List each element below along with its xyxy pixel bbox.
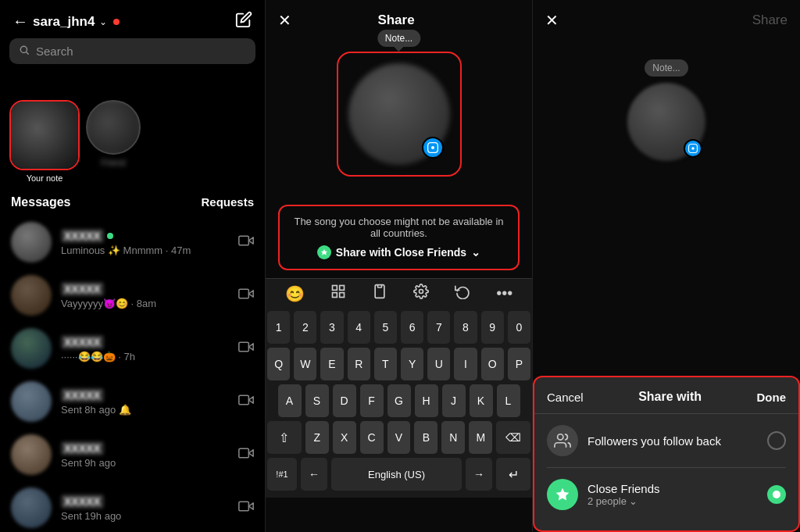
msg-content: XXXXX Luminous ✨ Mnmmm · 47m	[61, 229, 229, 256]
chevron-down-icon[interactable]: ⌄	[99, 16, 107, 27]
arrow-right-key[interactable]: →	[466, 458, 492, 491]
right-instagram-badge	[684, 139, 702, 158]
key-1[interactable]: 1	[267, 311, 290, 344]
msg-name: XXXXX	[61, 441, 104, 455]
key-y[interactable]: Y	[401, 348, 423, 380]
your-note-box[interactable]: Note...	[9, 100, 80, 170]
requests-link[interactable]: Requests	[201, 195, 254, 209]
key-3[interactable]: 3	[320, 311, 343, 344]
key-n[interactable]: N	[441, 421, 465, 454]
camera-icon[interactable]	[238, 339, 254, 359]
message-item[interactable]: XXXXX ······😂😂🎃 · 7h	[0, 322, 265, 375]
key-x[interactable]: X	[333, 421, 356, 454]
camera-icon[interactable]	[238, 392, 254, 412]
cancel-button[interactable]: Cancel	[547, 391, 584, 404]
svg-point-17	[558, 434, 563, 440]
key-6[interactable]: 6	[401, 311, 423, 344]
key-7[interactable]: 7	[427, 311, 450, 344]
close-friends-option[interactable]: Close Friends 2 people ⌄	[534, 468, 798, 521]
key-j[interactable]: J	[442, 384, 466, 417]
followers-option[interactable]: Followers you follow back	[534, 414, 798, 467]
key-e[interactable]: E	[320, 348, 343, 380]
svg-point-8	[430, 146, 434, 149]
shift-key[interactable]: ⇧	[267, 421, 302, 454]
qwerty-row: Q W E R T Y U I O P	[267, 348, 530, 380]
key-9[interactable]: 9	[481, 311, 504, 344]
your-story-item[interactable]: Note... Your note	[9, 75, 80, 183]
key-m[interactable]: M	[469, 421, 492, 454]
key-4[interactable]: 4	[348, 311, 370, 344]
key-p[interactable]: P	[508, 348, 530, 380]
key-w[interactable]: W	[294, 348, 316, 380]
key-z[interactable]: Z	[305, 421, 329, 454]
camera-icon[interactable]	[238, 233, 254, 252]
msg-name-row: XXXXX	[61, 495, 229, 509]
key-t[interactable]: T	[374, 348, 397, 380]
svg-marker-9	[321, 249, 327, 255]
key-8[interactable]: 8	[454, 311, 477, 344]
done-button[interactable]: Done	[756, 391, 786, 404]
emoji-icon[interactable]: 😊	[285, 284, 305, 303]
backspace-key[interactable]: ⌫	[496, 421, 530, 454]
key-b[interactable]: B	[414, 421, 438, 454]
numbers-key[interactable]: !#1	[267, 458, 297, 491]
key-2[interactable]: 2	[294, 311, 316, 344]
message-item[interactable]: XXXXX Sent 8h ago 🔔	[0, 375, 265, 428]
username-label: sara_jhn4	[33, 14, 95, 30]
grid-icon[interactable]	[330, 284, 346, 303]
return-key[interactable]: ↵	[496, 458, 530, 491]
share-with-panel: Cancel Share with Done Followers you fol…	[533, 376, 800, 532]
space-key[interactable]: English (US)	[331, 458, 462, 491]
close-button[interactable]: ✕	[278, 11, 291, 30]
key-c[interactable]: C	[360, 421, 384, 454]
key-r[interactable]: R	[348, 348, 370, 380]
edit-icon[interactable]	[235, 11, 252, 32]
key-i[interactable]: I	[454, 348, 477, 380]
key-k[interactable]: K	[470, 384, 493, 417]
back-button[interactable]: ←	[12, 12, 28, 30]
message-item[interactable]: XXXXX Sent 19h ago	[0, 481, 265, 532]
key-g[interactable]: G	[388, 384, 411, 417]
msg-name-row: XXXXX	[61, 441, 229, 455]
clipboard-icon[interactable]	[372, 284, 388, 303]
right-note-area: Note...	[533, 36, 800, 177]
key-o[interactable]: O	[481, 348, 504, 380]
close-friends-button[interactable]: Share with Close Friends ⌄	[317, 245, 480, 259]
key-d[interactable]: D	[333, 384, 356, 417]
close-friends-radio[interactable]	[767, 485, 786, 504]
message-item[interactable]: XXXXX Vayyyyyy😈😊 · 8am	[0, 269, 265, 322]
refresh-icon[interactable]	[455, 284, 470, 303]
camera-icon[interactable]	[238, 286, 254, 305]
settings-icon[interactable]	[413, 284, 429, 303]
key-h[interactable]: H	[415, 384, 438, 417]
search-bar[interactable]: Search	[9, 38, 255, 64]
key-l[interactable]: L	[497, 384, 520, 417]
key-5[interactable]: 5	[374, 311, 397, 344]
message-item[interactable]: XXXXX Sent 9h ago	[0, 428, 265, 481]
key-s[interactable]: S	[305, 384, 329, 417]
arrow-left-key[interactable]: ←	[301, 458, 327, 491]
right-close-button[interactable]: ✕	[545, 11, 559, 30]
your-avatar-img	[9, 102, 80, 169]
key-0[interactable]: 0	[508, 311, 530, 344]
followers-radio[interactable]	[767, 431, 786, 450]
right-share-label: Share	[752, 12, 788, 28]
svg-rect-3	[239, 289, 249, 298]
camera-icon[interactable]	[238, 445, 254, 465]
left-header: ← sara_jhn4 ⌄	[0, 0, 265, 38]
camera-icon[interactable]	[238, 498, 254, 518]
friend-story-item[interactable]: Friend	[86, 100, 141, 183]
key-f[interactable]: F	[360, 384, 384, 417]
msg-preview: Sent 9h ago	[61, 457, 229, 469]
key-a[interactable]: A	[278, 384, 302, 417]
followers-icon	[547, 425, 578, 456]
avatar	[11, 381, 52, 422]
message-item[interactable]: XXXXX Luminous ✨ Mnmmm · 47m	[0, 216, 265, 269]
svg-rect-5	[239, 395, 249, 405]
key-v[interactable]: V	[388, 421, 411, 454]
close-friends-star-icon	[547, 479, 578, 510]
key-q[interactable]: Q	[267, 348, 290, 380]
warning-box: The song you choose might not be availab…	[278, 205, 520, 270]
key-u[interactable]: U	[427, 348, 450, 380]
more-icon[interactable]: •••	[496, 284, 512, 302]
